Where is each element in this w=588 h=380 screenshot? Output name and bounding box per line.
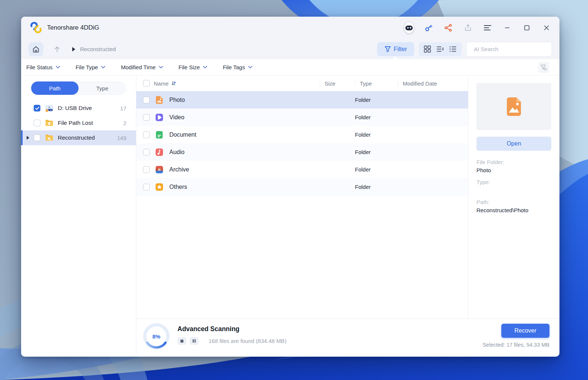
open-button[interactable]: Open [476,137,551,151]
usb-drive-icon [44,103,54,113]
table-row-document[interactable]: Document Folder [136,126,468,143]
filter-popover-arrow [392,56,399,60]
close-button[interactable] [542,23,551,33]
drive-tree: D: USB Drive 17 File Path Lost [21,101,136,145]
filter-modified-time[interactable]: Modified Time [121,64,163,70]
row-checkbox[interactable] [143,131,150,138]
funnel-icon [385,46,391,52]
column-modified-date[interactable]: Modified Date [403,80,437,87]
chevron-down-icon [159,66,163,69]
chevron-down-icon [101,66,105,69]
sidebar: Path Type [21,76,136,357]
home-button[interactable] [29,42,43,56]
select-all-checkbox[interactable] [143,80,150,87]
scan-progress-percent: 8% [142,322,170,350]
type-value [476,187,551,194]
document-folder-icon [155,130,164,140]
folder-lost-icon [44,118,54,128]
filter-bar: File Status File Type Modified Time File… [21,59,559,76]
filter-file-size[interactable]: File Size [179,64,207,70]
search-input[interactable] [474,46,548,52]
titlebar: Tenorshare 4DDiG [21,17,559,39]
assistant-bot-icon[interactable] [404,23,414,33]
checkbox-checked[interactable] [34,105,40,111]
file-folder-label: File Folder: [476,159,551,165]
filter-file-status[interactable]: File Status [26,64,60,70]
table-row-audio[interactable]: Audio Folder [136,143,468,161]
table-row-archive[interactable]: Archive Folder [136,161,468,178]
filter-file-type[interactable]: File Type [76,64,106,70]
pause-icon [193,339,196,343]
table-header: Name Size Type Modified Date [136,76,468,91]
row-checkbox[interactable] [143,184,150,190]
export-icon[interactable] [463,23,473,33]
ai-search-box: AI [466,42,552,57]
checkbox-unchecked[interactable] [34,134,40,141]
filter-file-tags[interactable]: File Tags [223,64,252,70]
menu-icon[interactable] [483,23,492,33]
minimize-button[interactable] [502,23,512,33]
table-row-photo[interactable]: Photo Folder [136,91,468,109]
column-name[interactable]: Name [154,80,169,87]
chevron-down-icon [56,66,60,69]
path-value: Reconstructed\Photo [476,207,551,214]
audio-folder-icon [155,147,164,157]
preview-panel: Open File Folder: Photo Type: Path: Reco… [468,76,559,319]
photo-folder-icon [155,95,164,105]
maximize-button[interactable] [522,23,532,33]
files-found-text: 168 files are found (834.48 MB) [209,338,286,344]
nav-toolbar: Reconstructed Filter [21,39,559,59]
preview-thumbnail [476,83,551,130]
archive-folder-icon [155,165,164,174]
checkbox-unchecked[interactable] [34,120,40,126]
tab-path[interactable]: Path [31,81,79,95]
up-level-button[interactable] [54,46,60,53]
column-size[interactable]: Size [325,80,335,87]
detail-view-icon[interactable] [436,46,444,52]
app-title: Tenorshare 4DDiG [47,24,99,31]
selected-summary: Selected: 17 files, 54.33 MB [482,342,549,348]
row-checkbox[interactable] [143,149,150,156]
file-table: Name Size Type Modified Date [136,76,468,319]
others-folder-icon [155,182,164,192]
item-count: 17 [120,105,126,111]
chevron-down-icon [203,66,207,69]
list-view-icon[interactable] [449,46,456,52]
tree-item-reconstructed[interactable]: Reconstructed 149 [21,130,136,145]
recover-button[interactable]: Recover [501,324,549,338]
sidebar-tabs: Path Type [31,81,126,95]
tree-item-file-path-lost[interactable]: File Path Lost 2 [21,116,136,130]
item-count: 2 [123,120,126,126]
tab-type[interactable]: Type [79,81,126,95]
desktop: Tenorshare 4DDiG [0,0,588,380]
table-row-others[interactable]: Others Folder [136,178,468,196]
filter-button[interactable]: Filter [377,42,414,56]
scan-status-bar: 8% Advanced Scanning 168 files are found… [136,319,559,357]
row-checkbox[interactable] [143,97,150,103]
license-key-icon[interactable] [424,23,433,33]
scan-progress-ring: 8% [142,322,170,350]
table-row-video[interactable]: Video Folder [136,109,468,126]
type-label: Type: [476,179,551,185]
filter-reset-icon[interactable] [538,62,549,73]
sort-icon[interactable] [171,81,176,86]
share-icon[interactable] [444,23,453,33]
path-label: Path: [476,199,551,205]
breadcrumb-label: Reconstructed [80,46,116,52]
column-type[interactable]: Type [360,80,372,87]
view-mode-group [419,42,462,56]
breadcrumb-arrow-icon [72,47,75,51]
scan-status-title: Advanced Scanning [177,325,286,333]
file-details: File Folder: Photo Type: Path: Reconstru… [476,159,551,214]
expand-arrow-icon[interactable] [27,136,29,140]
app-logo-icon [29,21,43,34]
breadcrumb[interactable]: Reconstructed [72,46,116,52]
pause-scan-button[interactable] [190,337,199,345]
folder-reconstructed-icon [44,133,54,143]
chevron-down-icon [248,66,252,69]
tree-item-usb-drive[interactable]: D: USB Drive 17 [21,101,136,116]
row-checkbox[interactable] [143,114,150,121]
grid-view-icon[interactable] [424,46,431,53]
stop-scan-button[interactable] [177,337,186,345]
row-checkbox[interactable] [143,166,150,173]
